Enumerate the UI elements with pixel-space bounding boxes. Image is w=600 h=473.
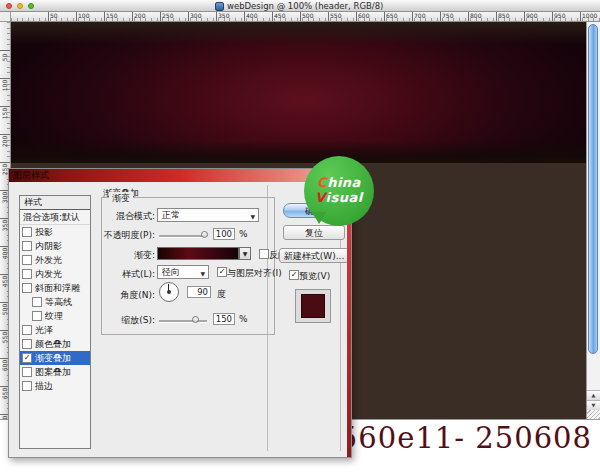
style-list-item[interactable]: 内发光 <box>20 267 90 281</box>
scroll-down-arrow-icon[interactable]: ▼ <box>587 400 600 410</box>
ruler-tick-label: 150 <box>104 12 105 21</box>
scrollbar-thumb[interactable] <box>588 24 598 354</box>
reset-button[interactable]: 复位 <box>283 225 345 240</box>
gradient-group-legend: 渐变 <box>109 192 133 205</box>
ruler-tick-label: 1000 <box>580 12 581 21</box>
styles-list: 投影内阴影外发光内发光斜面和浮雕等高线纹理光泽颜色叠加✓渐变叠加图案叠加描边 <box>20 225 90 393</box>
new-style-button[interactable]: 新建样式(W)... <box>279 248 349 263</box>
ruler-corner <box>0 12 11 22</box>
angle-label: 角度(N): <box>105 289 155 302</box>
ruler-tick-label: 550 <box>328 12 329 21</box>
checkbox-icon[interactable] <box>22 367 32 377</box>
styles-list-panel: 样式 混合选项:默认 投影内阴影外发光内发光斜面和浮雕等高线纹理光泽颜色叠加✓渐… <box>19 195 91 449</box>
scale-slider[interactable] <box>159 320 207 323</box>
opacity-slider[interactable] <box>159 235 207 238</box>
zoom-button[interactable] <box>28 3 34 9</box>
psd-document-icon <box>215 2 224 11</box>
reverse-checkbox[interactable] <box>259 249 269 259</box>
style-label: 样式(L): <box>105 268 155 281</box>
ruler-tick-label: 600 <box>356 12 357 21</box>
screenshot-page: webDesign @ 100% (header, RGB/8) 5010015… <box>0 0 600 473</box>
style-list-item[interactable]: ✓渐变叠加 <box>20 351 90 365</box>
badge-line2: Visual <box>304 190 374 205</box>
gradient-style-dropdown[interactable]: 径向 ▼ <box>157 265 209 279</box>
ruler-tick-label: 50 <box>0 50 10 51</box>
checkbox-icon[interactable] <box>22 381 32 391</box>
blend-mode-label: 混合模式: <box>103 210 155 223</box>
style-preview-thumbnail <box>295 289 331 323</box>
checkbox-icon[interactable]: ✓ <box>22 353 32 363</box>
checkbox-icon[interactable] <box>22 269 32 279</box>
close-button[interactable] <box>6 3 12 9</box>
styles-header: 样式 <box>20 196 90 210</box>
ruler-tick-label: 900 <box>524 12 525 21</box>
style-list-item[interactable]: 纹理 <box>20 309 90 323</box>
chevron-down-icon: ▼ <box>250 211 255 223</box>
ruler-tick-label: 100 <box>76 12 77 21</box>
header-artwork <box>11 22 586 163</box>
scale-input[interactable]: 150 <box>213 313 235 325</box>
align-with-layer-label: 与图层对齐(I) <box>227 267 282 280</box>
window-title-group: webDesign @ 100% (header, RGB/8) <box>215 1 383 11</box>
ruler-tick-label: 650 <box>384 12 385 21</box>
resize-grip[interactable] <box>587 410 600 419</box>
ruler-tick-label: 200 <box>132 12 133 21</box>
style-list-item[interactable]: 光泽 <box>20 323 90 337</box>
badge-line1: China <box>304 175 374 190</box>
checkbox-icon[interactable] <box>32 311 42 321</box>
gradient-label: 渐变: <box>109 249 155 262</box>
layer-style-dialog: 图层样式 样式 混合选项:默认 投影内阴影外发光内发光斜面和浮雕等高线纹理光泽颜… <box>8 168 352 458</box>
blend-mode-value: 正常 <box>162 210 180 220</box>
window-title: webDesign @ 100% (header, RGB/8) <box>227 1 383 11</box>
ruler-tick-label: 300 <box>188 12 189 21</box>
scroll-up-arrow-icon[interactable]: ▲ <box>587 390 600 400</box>
style-list-item[interactable]: 颜色叠加 <box>20 337 90 351</box>
preview-checkbox[interactable] <box>289 270 299 280</box>
style-list-item[interactable]: 图案叠加 <box>20 365 90 379</box>
blending-options-item[interactable]: 混合选项:默认 <box>20 210 90 225</box>
opacity-percent: % <box>239 229 248 239</box>
checkbox-icon[interactable] <box>22 241 32 251</box>
angle-input[interactable]: 90 <box>187 286 211 298</box>
gradient-picker-arrow-icon[interactable]: ▼ <box>239 247 251 260</box>
ruler-tick-label: 850 <box>496 12 497 21</box>
checkbox-icon[interactable] <box>22 283 32 293</box>
ruler-tick-label: 700 <box>412 12 413 21</box>
ruler-tick-label: 750 <box>440 12 441 21</box>
opacity-slider-thumb[interactable] <box>201 231 208 238</box>
dialog-titlebar[interactable]: 图层样式 <box>9 169 351 182</box>
align-with-layer-checkbox[interactable] <box>217 267 227 277</box>
scale-label: 缩放(S): <box>101 314 155 327</box>
gradient-preview-swatch <box>301 294 325 318</box>
ruler-tick-label: 200 <box>0 134 10 135</box>
style-list-item[interactable]: 斜面和浮雕 <box>20 281 90 295</box>
ruler-tick-label: 500 <box>300 12 301 21</box>
style-list-item[interactable]: 投影 <box>20 225 90 239</box>
checkbox-icon[interactable] <box>22 255 32 265</box>
checkbox-icon[interactable] <box>22 339 32 349</box>
checkbox-icon[interactable] <box>32 297 42 307</box>
ruler-tick-label: 400 <box>244 12 245 21</box>
style-list-item[interactable]: 内阴影 <box>20 239 90 253</box>
style-list-item[interactable]: 外发光 <box>20 253 90 267</box>
blend-mode-dropdown[interactable]: 正常 ▼ <box>157 208 259 222</box>
scale-slider-thumb[interactable] <box>192 316 199 323</box>
checkbox-icon[interactable] <box>22 227 32 237</box>
ruler-tick-label: 950 <box>552 12 553 21</box>
ruler-tick-label: 800 <box>468 12 469 21</box>
checkbox-icon[interactable] <box>22 325 32 335</box>
ruler-tick-label: 100 <box>0 78 10 79</box>
ruler-tick-label: 150 <box>0 106 10 107</box>
horizontal-ruler: 5010015020025030035040045050055060065070… <box>11 12 600 22</box>
angle-unit: 度 <box>217 288 226 301</box>
ruler-tick-label: 250 <box>160 12 161 21</box>
window-titlebar[interactable]: webDesign @ 100% (header, RGB/8) <box>0 0 600 12</box>
style-list-item[interactable]: 描边 <box>20 379 90 393</box>
opacity-input[interactable]: 100 <box>213 228 235 240</box>
gradient-swatch[interactable] <box>157 247 239 260</box>
china-visual-watermark: China Visual <box>304 156 374 226</box>
angle-dial[interactable] <box>159 282 179 302</box>
style-list-item[interactable]: 等高线 <box>20 295 90 309</box>
vertical-scrollbar[interactable]: ▲ ▼ <box>586 22 600 419</box>
minimize-button[interactable] <box>17 3 23 9</box>
